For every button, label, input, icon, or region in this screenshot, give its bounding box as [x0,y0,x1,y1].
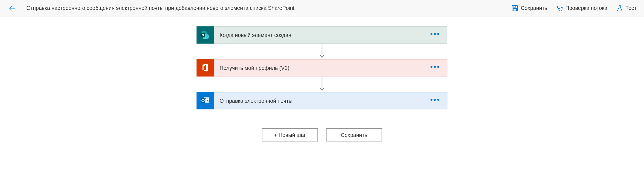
new-step-button[interactable]: + Новый шаг [262,128,318,142]
check-flow-action[interactable]: Проверка потока [553,3,611,13]
back-arrow-icon[interactable] [7,3,17,13]
svg-point-2 [562,7,563,8]
step-title: Когда новый элемент создан [220,32,430,38]
save-button[interactable]: Сохранить [326,128,382,142]
stethoscope-icon [556,5,563,12]
step-sharepoint-trigger[interactable]: S Когда новый элемент создан ••• [196,26,447,44]
svg-rect-14 [207,100,208,101]
step-menu-icon[interactable]: ••• [430,34,447,36]
save-action[interactable]: Сохранить [508,3,550,13]
page-title: Отправка настроенного сообщения электрон… [26,5,508,11]
save-icon [512,5,518,12]
outlook-icon [196,92,214,110]
office-icon [196,59,214,76]
check-flow-label: Проверка потока [565,5,607,11]
save-label: Сохранить [521,5,548,11]
connector-arrow-icon [319,76,325,92]
connector-arrow-icon [319,44,325,59]
sharepoint-icon: S [196,26,214,44]
editor-header: Отправка настроенного сообщения электрон… [0,0,644,16]
svg-rect-12 [207,98,208,99]
step-menu-icon[interactable]: ••• [430,67,447,69]
step-office-profile[interactable]: Получить мой профиль (V2) ••• [196,59,447,76]
bottom-actions: + Новый шаг Сохранить [262,128,382,142]
svg-rect-1 [513,8,516,11]
test-label: Тест [626,5,636,11]
test-action[interactable]: Тест [613,3,640,13]
flask-icon [616,5,623,12]
step-title: Получить мой профиль (V2) [220,65,430,71]
header-actions: Сохранить Проверка потока Тест [508,3,640,13]
flow-canvas: S Когда новый элемент создан ••• Получит… [0,16,644,142]
step-menu-icon[interactable]: ••• [430,100,447,102]
step-outlook-send-email[interactable]: Отправка электронной почты ••• [196,92,447,110]
step-title: Отправка электронной почты [220,98,430,104]
svg-text:S: S [202,33,204,37]
